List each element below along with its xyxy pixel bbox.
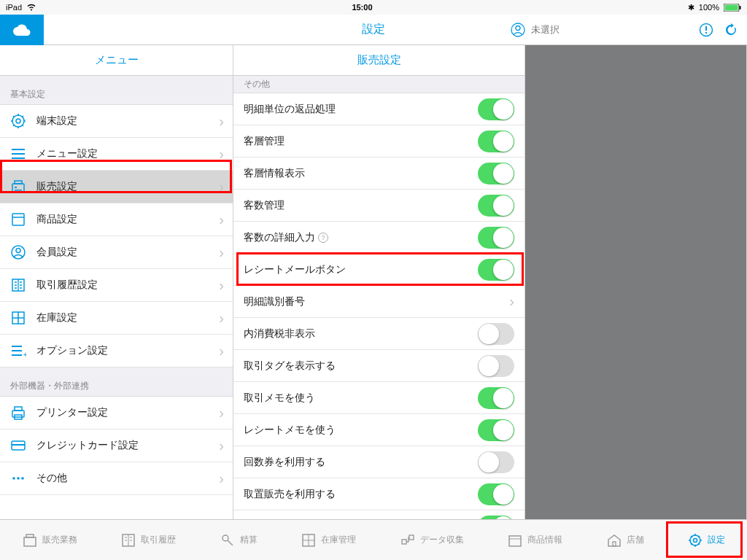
toggle-switch[interactable]: [478, 323, 514, 345]
menu-icon: [9, 469, 28, 488]
setting-label: 客数管理: [244, 199, 478, 212]
section-basic: 基本設定: [0, 76, 233, 105]
toggle-switch[interactable]: [478, 131, 514, 152]
setting-label: 取引メモを使う: [244, 392, 478, 405]
svg-rect-13: [12, 184, 24, 192]
toggle-switch[interactable]: [478, 419, 514, 441]
svg-rect-12: [12, 158, 25, 159]
tab-icon: [220, 532, 236, 548]
tab-item[interactable]: 取引履歴: [120, 532, 176, 548]
sidebar-item[interactable]: 会員設定: [0, 236, 233, 269]
toggle-switch[interactable]: [478, 259, 514, 281]
alert-icon[interactable]: [699, 23, 713, 37]
toggle-switch[interactable]: [478, 451, 514, 473]
clock: 15:00: [352, 3, 372, 12]
settings-scroll[interactable]: その他 明細単位の返品処理客層管理客層情報表示客数管理客数の詳細入力?レシートメ…: [233, 76, 525, 519]
svg-rect-17: [12, 214, 24, 225]
chevron-right-icon: [219, 343, 224, 359]
svg-rect-30: [12, 444, 25, 446]
svg-point-44: [694, 538, 697, 542]
sidebar-item[interactable]: 取引履歴設定: [0, 269, 233, 302]
setting-label: 客層管理: [244, 135, 478, 148]
sidebar-item[interactable]: 在庫設定: [0, 302, 233, 335]
menu-header: メニュー: [0, 45, 233, 76]
setting-row: 客層管理: [233, 125, 525, 158]
setting-row: 客層情報表示: [233, 158, 525, 190]
battery-icon: [724, 4, 741, 12]
svg-point-4: [516, 26, 520, 30]
setting-label: レシートメモを使う: [244, 424, 478, 437]
menu-icon: [9, 177, 28, 196]
setting-label: 取置販売を利用する: [244, 488, 478, 501]
chevron-right-icon[interactable]: [509, 293, 514, 310]
menu-label: 取引履歴設定: [36, 279, 219, 292]
menu-scroll[interactable]: 基本設定 端末設定メニュー設定販売設定商品設定会員設定取引履歴設定在庫設定+オプ…: [0, 76, 233, 519]
sidebar-item[interactable]: 商品設定: [0, 203, 233, 236]
battery-percent: 100%: [699, 3, 719, 12]
toggle-switch[interactable]: [478, 195, 514, 217]
tab-item[interactable]: 在庫管理: [301, 532, 356, 548]
tab-label: 商品情報: [527, 534, 562, 546]
svg-text:+: +: [23, 351, 26, 359]
sidebar-item[interactable]: メニュー設定: [0, 138, 233, 171]
sidebar-item[interactable]: その他: [0, 462, 233, 495]
menu-label: その他: [36, 472, 219, 485]
setting-row: 取引メモを使う: [233, 382, 525, 414]
setting-row: 取引タグを表示する: [233, 350, 525, 382]
toggle-switch[interactable]: [478, 387, 514, 409]
toggle-switch[interactable]: [478, 163, 514, 184]
toggle-switch[interactable]: [478, 227, 514, 249]
tab-icon: [400, 532, 416, 548]
page-title: 設定: [362, 22, 385, 37]
device-label: iPad: [6, 3, 22, 12]
tab-item[interactable]: データ収集: [400, 532, 464, 548]
sidebar-item[interactable]: +オプション設定: [0, 335, 233, 368]
tab-label: データ収集: [420, 534, 464, 546]
toggle-switch[interactable]: [478, 98, 514, 120]
svg-rect-23: [12, 350, 22, 351]
chevron-right-icon: [219, 146, 224, 163]
svg-rect-40: [409, 535, 414, 540]
sidebar-item[interactable]: 販売設定: [0, 171, 233, 203]
tab-label: 在庫管理: [321, 534, 356, 546]
sidebar-item[interactable]: クレジットカード設定: [0, 429, 233, 462]
setting-label: 内消費税非表示: [244, 327, 478, 341]
chevron-right-icon: [219, 179, 224, 195]
tab-item[interactable]: 精算: [220, 532, 258, 548]
refresh-icon[interactable]: [724, 23, 738, 37]
toggle-switch[interactable]: [478, 516, 514, 520]
svg-rect-1: [725, 4, 738, 10]
toggle-switch[interactable]: [478, 355, 514, 377]
tab-item[interactable]: 販売業務: [22, 532, 77, 548]
svg-point-33: [21, 477, 24, 480]
menu-icon: [9, 112, 28, 131]
svg-rect-22: [12, 346, 22, 347]
setting-row: 内消費税非表示: [233, 318, 525, 350]
tab-item[interactable]: 商品情報: [507, 532, 562, 548]
bluetooth-icon: ✱: [688, 3, 694, 12]
toggle-switch[interactable]: [478, 483, 514, 505]
menu-icon: [9, 308, 28, 327]
svg-rect-14: [15, 181, 22, 184]
menu-icon: [9, 276, 28, 295]
user-selection[interactable]: 未選択: [511, 23, 560, 37]
sidebar-item[interactable]: 端末設定: [0, 105, 233, 138]
setting-row: 客数管理: [233, 190, 525, 222]
detail-column-empty: [525, 45, 747, 519]
section-external: 外部機器・外部連携: [0, 368, 233, 397]
tab-item[interactable]: 店舗: [606, 532, 644, 548]
setting-row: 取置販売を利用する: [233, 478, 525, 510]
help-icon[interactable]: ?: [318, 233, 328, 243]
menu-label: 販売設定: [36, 180, 219, 193]
tab-icon: [22, 532, 38, 548]
setting-row: レシートメールボタン: [233, 254, 525, 286]
setting-row: 客数の詳細入力?: [233, 222, 525, 254]
wifi-icon: [26, 4, 36, 11]
tab-item[interactable]: 設定: [687, 532, 725, 548]
setting-row: 取置チェックアウト確認: [233, 510, 525, 519]
cloud-button[interactable]: [0, 15, 44, 45]
chevron-right-icon: [219, 113, 224, 130]
settings-header: 販売設定: [233, 45, 525, 76]
tab-label: 販売業務: [42, 534, 77, 546]
sidebar-item[interactable]: プリンター設定: [0, 397, 233, 429]
